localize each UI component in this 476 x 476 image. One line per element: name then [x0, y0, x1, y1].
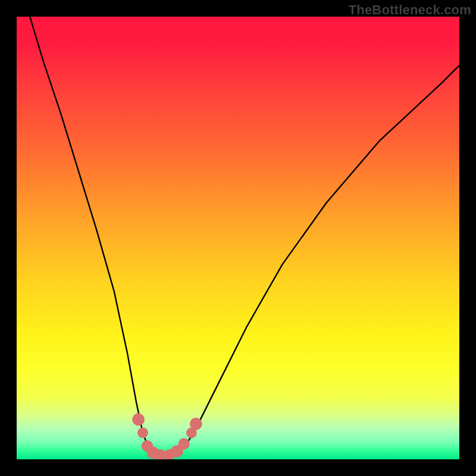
curve-markers — [132, 414, 202, 459]
bottleneck-curve — [30, 17, 459, 455]
curve-marker — [132, 414, 145, 426]
curve-marker — [178, 438, 190, 449]
curve-svg — [17, 17, 459, 459]
chart-frame: TheBottleneck.com — [0, 0, 476, 476]
watermark-text: TheBottleneck.com — [349, 2, 471, 18]
curve-marker — [137, 428, 148, 439]
plot-area — [17, 17, 459, 459]
curve-marker — [190, 418, 202, 430]
